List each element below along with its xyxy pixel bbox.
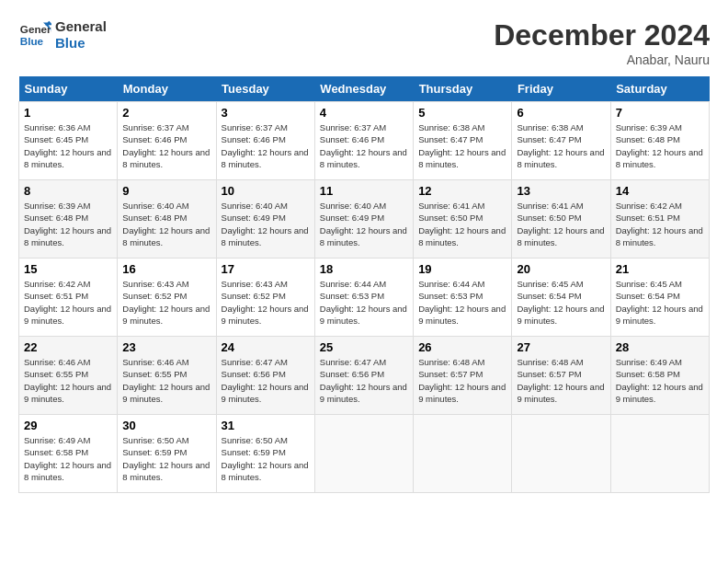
header-row: SundayMondayTuesdayWednesdayThursdayFrid… (19, 76, 710, 102)
column-header-friday: Friday (512, 76, 610, 102)
column-header-sunday: Sunday (19, 76, 118, 102)
day-info: Sunrise: 6:48 AMSunset: 6:57 PMDaylight:… (517, 356, 605, 405)
calendar-cell: 21Sunrise: 6:45 AMSunset: 6:54 PMDayligh… (610, 259, 709, 337)
day-number: 1 (24, 106, 112, 120)
calendar-cell: 10Sunrise: 6:40 AMSunset: 6:49 PMDayligh… (216, 180, 314, 259)
calendar-cell: 19Sunrise: 6:44 AMSunset: 6:53 PMDayligh… (414, 259, 512, 337)
calendar-cell: 3Sunrise: 6:37 AMSunset: 6:46 PMDaylight… (216, 102, 314, 180)
day-number: 25 (320, 340, 408, 354)
svg-text:Blue: Blue (20, 35, 44, 47)
day-number: 29 (24, 419, 112, 432)
day-info: Sunrise: 6:45 AMSunset: 6:54 PMDaylight:… (517, 278, 605, 327)
day-info: Sunrise: 6:37 AMSunset: 6:46 PMDaylight:… (320, 121, 408, 170)
column-header-wednesday: Wednesday (314, 76, 413, 102)
calendar-cell: 8Sunrise: 6:39 AMSunset: 6:48 PMDaylight… (19, 180, 118, 259)
day-info: Sunrise: 6:38 AMSunset: 6:47 PMDaylight:… (418, 121, 506, 170)
day-number: 26 (418, 340, 506, 354)
day-info: Sunrise: 6:46 AMSunset: 6:55 PMDaylight:… (122, 356, 210, 405)
day-info: Sunrise: 6:37 AMSunset: 6:46 PMDaylight:… (222, 121, 310, 170)
calendar-cell: 1Sunrise: 6:36 AMSunset: 6:45 PMDaylight… (19, 102, 118, 180)
page-header: General Blue General Blue December 2024 … (18, 18, 710, 67)
day-info: Sunrise: 6:44 AMSunset: 6:53 PMDaylight:… (418, 278, 506, 327)
calendar-cell (512, 415, 610, 493)
week-row-2: 8Sunrise: 6:39 AMSunset: 6:48 PMDaylight… (19, 180, 710, 259)
day-number: 7 (616, 106, 704, 120)
day-number: 23 (122, 340, 210, 354)
calendar-table: SundayMondayTuesdayWednesdayThursdayFrid… (18, 76, 710, 493)
location: Anabar, Nauru (494, 52, 710, 67)
calendar-cell: 30Sunrise: 6:50 AMSunset: 6:59 PMDayligh… (118, 415, 216, 493)
calendar-cell: 13Sunrise: 6:41 AMSunset: 6:50 PMDayligh… (512, 180, 610, 259)
day-info: Sunrise: 6:45 AMSunset: 6:54 PMDaylight:… (616, 278, 704, 327)
day-number: 10 (222, 184, 310, 198)
day-number: 19 (418, 262, 506, 276)
calendar-cell: 15Sunrise: 6:42 AMSunset: 6:51 PMDayligh… (19, 259, 118, 337)
logo: General Blue General Blue (18, 18, 107, 52)
calendar-cell: 31Sunrise: 6:50 AMSunset: 6:59 PMDayligh… (216, 415, 314, 493)
day-number: 20 (517, 262, 605, 276)
column-header-saturday: Saturday (610, 76, 709, 102)
day-number: 12 (418, 184, 506, 198)
day-info: Sunrise: 6:40 AMSunset: 6:48 PMDaylight:… (122, 200, 210, 248)
day-number: 9 (122, 184, 210, 198)
day-info: Sunrise: 6:42 AMSunset: 6:51 PMDaylight:… (616, 200, 704, 248)
calendar-cell (610, 415, 709, 493)
day-info: Sunrise: 6:41 AMSunset: 6:50 PMDaylight:… (517, 200, 605, 248)
calendar-cell: 6Sunrise: 6:38 AMSunset: 6:47 PMDaylight… (512, 102, 610, 180)
calendar-cell: 29Sunrise: 6:49 AMSunset: 6:58 PMDayligh… (19, 415, 118, 493)
calendar-cell: 20Sunrise: 6:45 AMSunset: 6:54 PMDayligh… (512, 259, 610, 337)
day-number: 31 (222, 419, 310, 432)
day-number: 28 (616, 340, 704, 354)
day-number: 8 (24, 184, 112, 198)
day-info: Sunrise: 6:43 AMSunset: 6:52 PMDaylight:… (122, 278, 210, 327)
day-number: 22 (24, 340, 112, 354)
calendar-cell: 14Sunrise: 6:42 AMSunset: 6:51 PMDayligh… (610, 180, 709, 259)
day-info: Sunrise: 6:39 AMSunset: 6:48 PMDaylight:… (24, 200, 112, 248)
calendar-cell: 2Sunrise: 6:37 AMSunset: 6:46 PMDaylight… (118, 102, 216, 180)
day-number: 6 (517, 106, 605, 120)
calendar-cell: 22Sunrise: 6:46 AMSunset: 6:55 PMDayligh… (19, 337, 118, 415)
calendar-cell: 4Sunrise: 6:37 AMSunset: 6:46 PMDaylight… (314, 102, 413, 180)
week-row-1: 1Sunrise: 6:36 AMSunset: 6:45 PMDaylight… (19, 102, 710, 180)
day-number: 30 (122, 419, 210, 432)
day-number: 24 (222, 340, 310, 354)
week-row-4: 22Sunrise: 6:46 AMSunset: 6:55 PMDayligh… (19, 337, 710, 415)
day-number: 11 (320, 184, 408, 198)
day-info: Sunrise: 6:39 AMSunset: 6:48 PMDaylight:… (616, 121, 704, 170)
month-title: December 2024 (494, 18, 710, 52)
day-number: 18 (320, 262, 408, 276)
day-number: 17 (222, 262, 310, 276)
day-info: Sunrise: 6:40 AMSunset: 6:49 PMDaylight:… (320, 200, 408, 248)
day-info: Sunrise: 6:47 AMSunset: 6:56 PMDaylight:… (222, 356, 310, 405)
day-number: 5 (418, 106, 506, 120)
calendar-cell: 5Sunrise: 6:38 AMSunset: 6:47 PMDaylight… (414, 102, 512, 180)
calendar-cell (314, 415, 413, 493)
day-number: 13 (517, 184, 605, 198)
calendar-cell: 12Sunrise: 6:41 AMSunset: 6:50 PMDayligh… (414, 180, 512, 259)
day-info: Sunrise: 6:41 AMSunset: 6:50 PMDaylight:… (418, 200, 506, 248)
calendar-cell: 25Sunrise: 6:47 AMSunset: 6:56 PMDayligh… (314, 337, 413, 415)
calendar-cell: 24Sunrise: 6:47 AMSunset: 6:56 PMDayligh… (216, 337, 314, 415)
calendar-cell: 17Sunrise: 6:43 AMSunset: 6:52 PMDayligh… (216, 259, 314, 337)
day-info: Sunrise: 6:49 AMSunset: 6:58 PMDaylight:… (616, 356, 704, 405)
calendar-cell: 28Sunrise: 6:49 AMSunset: 6:58 PMDayligh… (610, 337, 709, 415)
day-number: 16 (122, 262, 210, 276)
day-number: 3 (222, 106, 310, 120)
calendar-cell: 9Sunrise: 6:40 AMSunset: 6:48 PMDaylight… (118, 180, 216, 259)
day-info: Sunrise: 6:38 AMSunset: 6:47 PMDaylight:… (517, 121, 605, 170)
calendar-cell: 18Sunrise: 6:44 AMSunset: 6:53 PMDayligh… (314, 259, 413, 337)
day-info: Sunrise: 6:49 AMSunset: 6:58 PMDaylight:… (24, 434, 112, 483)
day-info: Sunrise: 6:44 AMSunset: 6:53 PMDaylight:… (320, 278, 408, 327)
day-info: Sunrise: 6:40 AMSunset: 6:49 PMDaylight:… (222, 200, 310, 248)
title-block: December 2024 Anabar, Nauru (494, 18, 710, 67)
column-header-thursday: Thursday (414, 76, 512, 102)
logo-blue: Blue (55, 35, 107, 52)
logo-general: General (55, 18, 107, 35)
day-number: 2 (122, 106, 210, 120)
column-header-monday: Monday (118, 76, 216, 102)
day-number: 27 (517, 340, 605, 354)
day-number: 15 (24, 262, 112, 276)
day-info: Sunrise: 6:37 AMSunset: 6:46 PMDaylight:… (122, 121, 210, 170)
calendar-cell: 27Sunrise: 6:48 AMSunset: 6:57 PMDayligh… (512, 337, 610, 415)
calendar-cell: 7Sunrise: 6:39 AMSunset: 6:48 PMDaylight… (610, 102, 709, 180)
